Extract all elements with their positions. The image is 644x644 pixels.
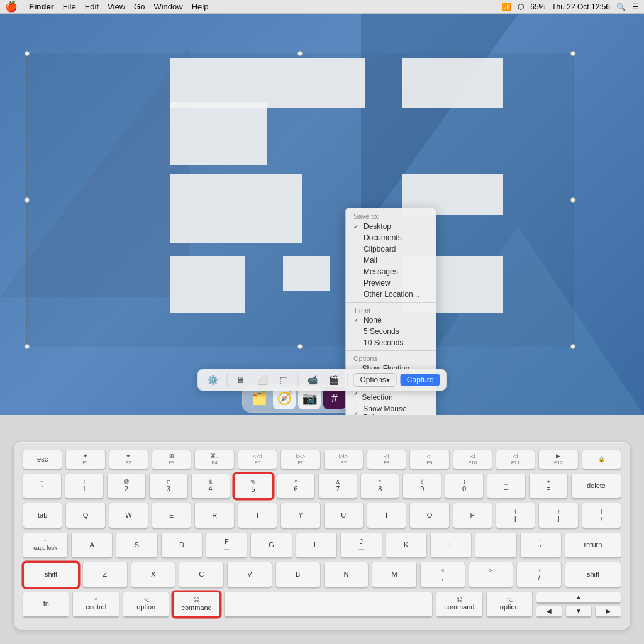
- key-z[interactable]: Z: [82, 562, 128, 588]
- key-t[interactable]: T: [238, 502, 277, 529]
- key-6[interactable]: ^6: [277, 473, 316, 499]
- key-shift-left[interactable]: shift: [23, 562, 79, 588]
- ctx-desktop[interactable]: ✓Desktop: [346, 221, 436, 232]
- key-x[interactable]: X: [131, 562, 176, 588]
- ctx-5sec[interactable]: 5 Seconds: [346, 326, 436, 337]
- key-command-left[interactable]: ⌘command: [172, 591, 220, 618]
- key-f7[interactable]: ▷▷F7: [324, 450, 364, 470]
- key-f9[interactable]: ◁F9: [409, 450, 449, 470]
- key-f1[interactable]: ✦F1: [65, 450, 105, 470]
- key-n[interactable]: N: [324, 562, 369, 588]
- key-v[interactable]: V: [227, 562, 272, 588]
- key-option-left[interactable]: ⌥option: [123, 591, 169, 618]
- key-r[interactable]: R: [194, 502, 234, 529]
- key-u[interactable]: U: [324, 502, 364, 529]
- key-delete[interactable]: delete: [571, 473, 621, 499]
- key-2[interactable]: @2: [107, 473, 146, 499]
- key-4[interactable]: $4: [191, 473, 230, 499]
- key-space[interactable]: [224, 591, 433, 618]
- tb-video-icon[interactable]: 📹: [303, 373, 321, 387]
- key-f4[interactable]: ⌘⎵F4: [194, 450, 234, 470]
- menu-icon[interactable]: ☰: [632, 3, 639, 11]
- key-f[interactable]: F—: [206, 532, 247, 558]
- key-s[interactable]: S: [116, 532, 157, 558]
- key-5[interactable]: %5: [233, 473, 274, 499]
- key-comma[interactable]: <,: [420, 562, 465, 588]
- apple-menu[interactable]: 🍎: [5, 1, 18, 13]
- key-a[interactable]: A: [71, 532, 113, 558]
- key-7[interactable]: &7: [318, 473, 357, 499]
- ctx-10sec[interactable]: 10 Seconds: [346, 337, 436, 348]
- handle-ml[interactable]: [25, 197, 30, 203]
- key-3[interactable]: #3: [149, 473, 188, 499]
- key-c[interactable]: C: [179, 562, 224, 588]
- handle-br[interactable]: [570, 344, 575, 349]
- menu-window[interactable]: Window: [153, 2, 182, 11]
- key-lbrace[interactable]: {[: [496, 502, 535, 529]
- key-backtick[interactable]: ~`: [23, 473, 62, 499]
- key-slash[interactable]: ?/: [516, 562, 562, 588]
- menu-go[interactable]: Go: [134, 2, 145, 11]
- key-command-right[interactable]: ⌘command: [436, 591, 482, 618]
- key-capslock[interactable]: *caps lock: [23, 532, 68, 558]
- handle-tm[interactable]: [297, 51, 303, 56]
- tb-video-sel-icon[interactable]: 🎬: [325, 373, 342, 387]
- key-8[interactable]: *8: [360, 473, 399, 499]
- key-quote[interactable]: "': [520, 532, 562, 558]
- handle-bm[interactable]: [297, 344, 303, 349]
- key-control[interactable]: ^control: [72, 591, 119, 618]
- key-arrow-left[interactable]: ◀: [536, 605, 562, 618]
- handle-tr[interactable]: [570, 51, 575, 56]
- handle-bl[interactable]: [25, 344, 30, 349]
- tb-window-icon[interactable]: ⬜: [253, 373, 271, 387]
- key-esc[interactable]: esc: [23, 450, 62, 470]
- options-button[interactable]: Options▾: [353, 373, 396, 387]
- key-e[interactable]: E: [152, 502, 191, 529]
- key-w[interactable]: W: [109, 502, 148, 529]
- key-l[interactable]: L: [430, 532, 472, 558]
- key-fn[interactable]: fn: [23, 591, 69, 618]
- key-p[interactable]: P: [453, 502, 492, 529]
- key-j[interactable]: J—: [340, 532, 382, 558]
- app-name[interactable]: Finder: [29, 2, 54, 11]
- key-arrow-up[interactable]: ▲: [536, 591, 621, 604]
- menu-edit[interactable]: Edit: [85, 2, 99, 11]
- ctx-preview[interactable]: Preview: [346, 277, 436, 289]
- key-rbrace[interactable]: }]: [538, 502, 578, 529]
- tb-settings-icon[interactable]: ⚙️: [204, 373, 221, 387]
- key-q[interactable]: Q: [65, 502, 105, 529]
- ctx-mail[interactable]: Mail: [346, 255, 436, 266]
- key-period[interactable]: >.: [469, 562, 514, 588]
- ctx-documents[interactable]: Documents: [346, 232, 436, 243]
- key-touchid[interactable]: 🔒: [582, 450, 621, 470]
- key-f10[interactable]: ◁F10: [453, 450, 492, 470]
- key-9[interactable]: (9: [402, 473, 441, 499]
- menu-view[interactable]: View: [108, 2, 125, 11]
- ctx-clipboard[interactable]: Clipboard: [346, 243, 436, 255]
- ctx-other-location[interactable]: Other Location...: [346, 289, 436, 300]
- key-0[interactable]: )0: [445, 473, 484, 499]
- key-f6[interactable]: ▷▷F6: [280, 450, 320, 470]
- key-1[interactable]: !1: [65, 473, 104, 499]
- key-equals[interactable]: +=: [529, 473, 568, 499]
- key-f2[interactable]: ✦F2: [109, 450, 148, 470]
- key-semicolon[interactable]: :;: [475, 532, 516, 558]
- key-f8[interactable]: ◁F8: [367, 450, 406, 470]
- key-f3[interactable]: ⊞F3: [152, 450, 191, 470]
- key-minus[interactable]: _–: [487, 473, 526, 499]
- key-d[interactable]: D: [161, 532, 203, 558]
- selection-rect[interactable]: [26, 53, 574, 347]
- key-i[interactable]: I: [367, 502, 406, 529]
- key-f12[interactable]: ▶F12: [538, 450, 578, 470]
- handle-mr[interactable]: [570, 197, 575, 203]
- key-g[interactable]: G: [250, 532, 292, 558]
- key-m[interactable]: M: [372, 562, 417, 588]
- menu-file[interactable]: File: [63, 2, 76, 11]
- ctx-messages[interactable]: Messages: [346, 266, 436, 277]
- key-return[interactable]: return: [565, 532, 621, 558]
- ctx-none[interactable]: ✓None: [346, 314, 436, 326]
- key-arrow-right[interactable]: ▶: [595, 605, 621, 618]
- key-o[interactable]: O: [409, 502, 449, 529]
- key-y[interactable]: Y: [280, 502, 320, 529]
- search-icon[interactable]: 🔍: [616, 3, 626, 11]
